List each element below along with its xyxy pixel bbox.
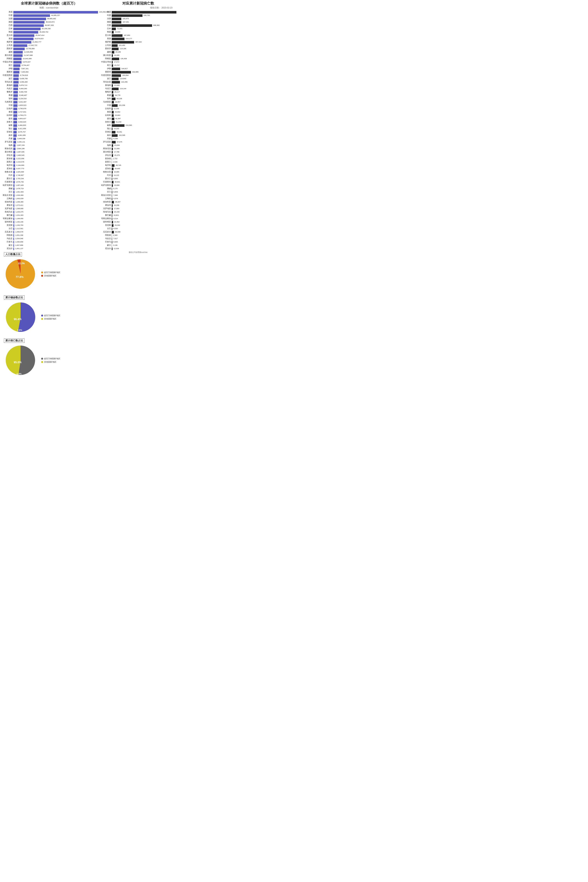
left-bar-row: 中国台湾省 9,970,937 <box>0 60 98 63</box>
left-bar-label: 墨西哥 <box>0 71 14 73</box>
pie1-svg: 77.8% 22.2% <box>4 257 37 291</box>
right-bar-track: 23,707 <box>112 64 176 67</box>
right-bar-label: 玻利维亚 <box>100 221 112 223</box>
left-bar-row: 乌克兰 5,693,260 <box>0 87 98 90</box>
right-bar-track: 29,330 <box>112 224 176 226</box>
right-bar-value: 101,492 <box>119 44 125 46</box>
right-bar-label: 阿根廷 <box>100 57 112 60</box>
left-bar-track: 1,497,449 <box>14 184 98 187</box>
right-bar-label: 俄罗斯 <box>100 41 112 44</box>
right-bar-row: 哥伦比亚 142,296 <box>100 80 176 84</box>
right-bar-value: 387,932 <box>135 41 142 43</box>
left-bar-track: 4,795,878 <box>14 107 98 110</box>
right-bar-track: 25,375 <box>112 154 176 157</box>
right-bar-row: 尼泊尔 12,026 <box>100 247 176 250</box>
left-bar-track: 1,576,736 <box>14 181 98 183</box>
left-bar-row: 希腊 5,548,487 <box>0 94 98 97</box>
right-bar-label: 伊朗 <box>100 68 112 70</box>
left-bar-value: 2,664,186 <box>16 148 24 150</box>
left-bar-row: 尼泊尔 1,001,137 <box>0 247 98 250</box>
right-bar-fill <box>112 211 113 213</box>
left-bar-row: 阿联酋 1,051,336 <box>0 234 98 237</box>
left-bar-value: 5,693,260 <box>19 88 27 90</box>
left-bar-label: 挪威 <box>0 188 14 190</box>
left-bar-label: 伊拉克 <box>0 154 14 157</box>
left-bar-fill <box>14 218 14 220</box>
left-bar-value: 5,878,713 <box>20 84 27 86</box>
right-bar-value: 130,458 <box>120 58 127 60</box>
left-bar-fill <box>14 114 17 117</box>
left-bar-row: 突尼斯 1,150,793 <box>0 224 98 227</box>
right-bar-label: 葡萄牙 <box>100 91 112 93</box>
right-bar-label: 马来西亚 <box>100 101 112 103</box>
right-bar-fill <box>112 241 112 243</box>
right-bar-label: 哈萨克斯坦 <box>100 184 112 187</box>
right-bar-fill <box>112 48 118 50</box>
left-bar-track: 5,693,260 <box>14 87 98 90</box>
left-bar-track: 3,335,131 <box>14 141 98 143</box>
right-bar-value: 167,491 <box>123 21 129 23</box>
left-bar-track: 6,734,818 <box>14 74 98 76</box>
right-bar-row: 意大利 187,850 <box>100 34 176 37</box>
right-bar-row: 古巴 8,530 <box>100 227 176 230</box>
pie1-legend: 超百万例国家/地区 其他国家/地区 <box>41 271 60 278</box>
right-bar-label: 伊拉克 <box>100 154 112 157</box>
right-bar-row: 智利 64,109 <box>100 97 176 100</box>
left-bar-value: 4,727,831 <box>18 111 26 113</box>
right-bar-fill <box>112 204 113 207</box>
right-bar-row: 匈牙利 48,745 <box>100 164 176 167</box>
right-bar-row: 丹麦 8,288 <box>100 137 176 140</box>
right-bar-fill <box>112 31 114 33</box>
right-bar-label: 挪威 <box>100 188 112 190</box>
right-bar-label: 中国 <box>100 104 112 106</box>
left-bar-track: 103,258,596 <box>14 11 98 14</box>
left-bar-value: 1,199,055 <box>15 218 23 219</box>
left-bar-label: 哥伦比亚 <box>0 81 14 83</box>
right-bar-fill <box>112 214 112 217</box>
left-bar-value: 3,449,339 <box>17 138 25 140</box>
right-bar-fill <box>112 124 124 127</box>
right-bar-label: 以色列 <box>100 107 112 110</box>
right-bar-fill <box>112 248 112 250</box>
left-bar-row: 古巴 1,112,561 <box>0 227 98 230</box>
right-bar-fill <box>112 188 112 190</box>
right-bar-track: 43,186 <box>112 51 176 53</box>
right-bar-label: 巴基斯坦 <box>100 181 112 183</box>
right-bar-row: 约旦 14,122 <box>100 174 176 177</box>
right-bar-row: 土耳其 101,492 <box>100 44 176 47</box>
right-bar-value: 2,349 <box>113 234 118 236</box>
right-bar-row: 泰国 33,902 <box>100 110 176 114</box>
right-bar-fill <box>112 74 121 77</box>
right-bar-row: 孟加拉 29,445 <box>100 167 176 170</box>
right-bar-track: 19,068 <box>112 184 176 187</box>
left-bar-track: 3,449,339 <box>14 137 98 140</box>
left-bar-fill <box>14 71 20 74</box>
right-bar-row: 蒙古 2,136 <box>100 244 176 247</box>
left-bar-track: 4,727,831 <box>14 111 98 113</box>
left-bar-row: 伊朗 7,567,161 <box>0 67 98 70</box>
right-bar-track: 9,214 <box>112 218 176 220</box>
right-bar-track: 219,365 <box>112 124 176 127</box>
right-bar-fill <box>112 14 142 17</box>
right-bar-label: 南非 <box>100 134 112 136</box>
left-bar-row: 塞尔维亚 2,487,935 <box>0 150 98 153</box>
right-bar-value: 2,536 <box>113 161 118 163</box>
left-bar-label: 泰国 <box>0 111 14 113</box>
right-bar-label: 塞尔维亚 <box>100 151 112 153</box>
left-panel: 全球累计新冠确诊病例数（超百万） 制图：xuexiaoshijie 美国 103… <box>0 0 98 381</box>
left-bar-fill <box>14 244 14 247</box>
right-bar-fill <box>112 64 113 67</box>
left-bar-fill <box>14 234 14 237</box>
right-bar-value: 101,036 <box>119 104 125 106</box>
left-bar-track: 30,469,702 <box>14 31 98 33</box>
right-bar-label: 乌克兰 <box>100 87 112 90</box>
left-bar-label: 菲律宾 <box>0 131 14 133</box>
right-bar-row: 俄罗斯 387,932 <box>100 40 176 44</box>
right-bar-track: 8,288 <box>112 137 176 140</box>
left-bar-label: 乌拉圭 <box>0 237 14 240</box>
right-bar-fill <box>112 141 116 144</box>
left-bar-fill <box>14 28 40 30</box>
right-bar-track: 38,207 <box>112 201 176 203</box>
right-bar-track: 23,634 <box>112 144 176 147</box>
right-bar-fill <box>112 228 112 230</box>
